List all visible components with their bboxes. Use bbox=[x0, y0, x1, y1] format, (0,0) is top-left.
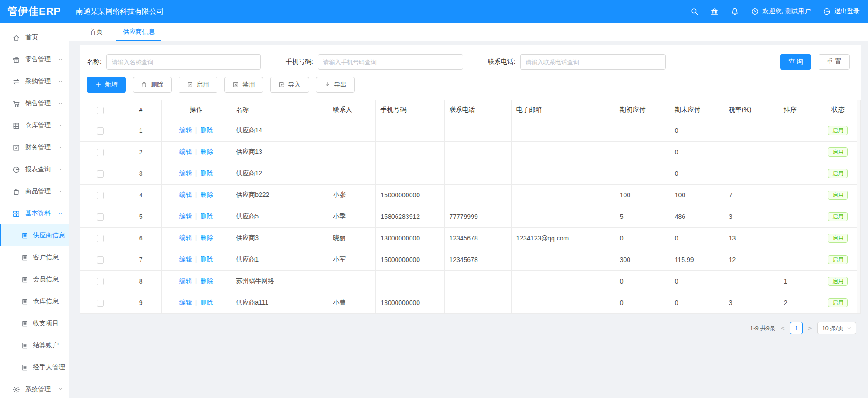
edit-link[interactable]: 编辑 bbox=[179, 169, 192, 177]
tab-supplier-info[interactable]: 供应商信息 bbox=[113, 23, 165, 41]
sidebar-subitem[interactable]: 供应商信息 bbox=[0, 224, 69, 246]
tab-home[interactable]: 首页 bbox=[80, 23, 113, 41]
row-checkbox[interactable] bbox=[97, 170, 104, 178]
delete-button[interactable]: 删除 bbox=[133, 77, 172, 93]
chevron-down-icon bbox=[58, 57, 63, 62]
check-square-icon bbox=[187, 82, 193, 88]
delete-link[interactable]: 删除 bbox=[200, 169, 213, 177]
doc-icon bbox=[22, 342, 28, 349]
action-separator: | bbox=[195, 126, 197, 134]
status-badge: 启用 bbox=[828, 191, 848, 200]
sidebar-item[interactable]: 仓库管理 bbox=[0, 114, 69, 136]
cell-sort bbox=[779, 206, 819, 228]
welcome-user[interactable]: 欢迎您, 测试用户 bbox=[751, 7, 811, 16]
disable-button[interactable]: 禁用 bbox=[224, 77, 263, 93]
sidebar-subitem[interactable]: 会员信息 bbox=[0, 268, 69, 290]
delete-link[interactable]: 删除 bbox=[200, 299, 213, 306]
edit-link[interactable]: 编辑 bbox=[179, 299, 192, 306]
delete-link[interactable]: 删除 bbox=[200, 277, 213, 284]
cell-closing: 0 bbox=[670, 163, 724, 185]
delete-link[interactable]: 删除 bbox=[200, 234, 213, 241]
status-badge: 启用 bbox=[828, 212, 848, 221]
mobile-filter-input[interactable] bbox=[318, 54, 463, 70]
delete-link[interactable]: 删除 bbox=[200, 213, 213, 220]
table-scrollbar[interactable] bbox=[857, 100, 861, 314]
x-square-icon bbox=[233, 82, 239, 88]
cell-actions: 编辑|删除 bbox=[162, 163, 231, 185]
sidebar-item[interactable]: 系统管理 bbox=[0, 378, 69, 398]
sidebar-subitem[interactable]: 收支项目 bbox=[0, 312, 69, 334]
logout-button[interactable]: 退出登录 bbox=[823, 7, 860, 16]
search-icon[interactable] bbox=[690, 7, 699, 16]
cell-email bbox=[511, 249, 615, 271]
add-button[interactable]: 新增 bbox=[87, 77, 126, 93]
sidebar-subitem-label: 仓库信息 bbox=[33, 297, 59, 305]
cell-tax: 13 bbox=[724, 228, 779, 249]
chevron-down-icon bbox=[58, 189, 63, 194]
cell-mobile: 15000000000 bbox=[376, 185, 445, 206]
col-contact: 联系人 bbox=[328, 100, 376, 120]
edit-link[interactable]: 编辑 bbox=[179, 148, 192, 155]
edit-link[interactable]: 编辑 bbox=[179, 191, 192, 198]
search-button[interactable]: 查 询 bbox=[780, 54, 811, 70]
cell-index: 3 bbox=[120, 163, 162, 185]
edit-link[interactable]: 编辑 bbox=[179, 256, 192, 263]
sidebar-item[interactable]: 销售管理 bbox=[0, 93, 69, 114]
export-button[interactable]: 导出 bbox=[316, 77, 355, 93]
cell-sort bbox=[779, 142, 819, 163]
delete-link[interactable]: 删除 bbox=[200, 148, 213, 155]
delete-link[interactable]: 删除 bbox=[200, 191, 213, 198]
cell-sort bbox=[779, 185, 819, 206]
cell-mobile: 13000000000 bbox=[376, 292, 445, 314]
enable-button[interactable]: 启用 bbox=[179, 77, 217, 93]
status-badge: 启用 bbox=[828, 277, 848, 286]
edit-link[interactable]: 编辑 bbox=[179, 234, 192, 241]
name-filter-input[interactable] bbox=[106, 54, 261, 70]
cell-mobile bbox=[376, 163, 445, 185]
page-size-select[interactable]: 10 条/页 bbox=[817, 322, 856, 334]
cell-contact bbox=[328, 142, 376, 163]
reset-button[interactable]: 重 置 bbox=[819, 54, 850, 70]
row-checkbox[interactable] bbox=[97, 213, 104, 221]
edit-link[interactable]: 编辑 bbox=[179, 213, 192, 220]
name-filter-label: 名称: bbox=[87, 58, 102, 66]
row-checkbox[interactable] bbox=[97, 149, 104, 156]
cell-name: 供应商1 bbox=[231, 249, 328, 271]
row-checkbox[interactable] bbox=[97, 192, 104, 199]
cell-sort: 1 bbox=[779, 271, 819, 292]
sidebar-subitem[interactable]: 结算账户 bbox=[0, 334, 69, 356]
sidebar-item[interactable]: 报表查询 bbox=[0, 158, 69, 180]
sidebar-item[interactable]: 采购管理 bbox=[0, 71, 69, 93]
delete-link[interactable]: 删除 bbox=[200, 126, 213, 134]
table-row: 4编辑|删除供应商b222小张150000000001001007启用 bbox=[80, 185, 857, 206]
prev-page-button[interactable]: < bbox=[780, 325, 786, 332]
current-page-button[interactable]: 1 bbox=[790, 322, 803, 334]
edit-link[interactable]: 编辑 bbox=[179, 126, 192, 134]
cell-opening: 0 bbox=[615, 271, 670, 292]
next-page-button[interactable]: > bbox=[807, 325, 813, 332]
sidebar-item[interactable]: 基本资料 bbox=[0, 202, 69, 224]
sidebar-subitem[interactable]: 经手人管理 bbox=[0, 356, 69, 378]
sidebar-subitem[interactable]: 仓库信息 bbox=[0, 290, 69, 312]
sidebar-subitem[interactable]: 客户信息 bbox=[0, 246, 69, 268]
row-checkbox[interactable] bbox=[97, 278, 104, 285]
bank-icon[interactable] bbox=[711, 7, 719, 16]
sidebar-item[interactable]: 商品管理 bbox=[0, 180, 69, 202]
sidebar-item[interactable]: 零售管理 bbox=[0, 49, 69, 71]
delete-link[interactable]: 删除 bbox=[200, 256, 213, 263]
row-checkbox[interactable] bbox=[97, 127, 104, 135]
phone-filter-input[interactable] bbox=[520, 54, 666, 70]
cart-icon bbox=[12, 100, 20, 108]
row-checkbox[interactable] bbox=[97, 235, 104, 242]
bell-icon[interactable] bbox=[731, 7, 739, 16]
sidebar-item[interactable]: 财务管理 bbox=[0, 136, 69, 158]
import-button[interactable]: 导入 bbox=[270, 77, 309, 93]
row-checkbox[interactable] bbox=[97, 256, 104, 264]
action-separator: | bbox=[195, 191, 197, 198]
cell-phone bbox=[445, 185, 511, 206]
cell-phone bbox=[445, 271, 511, 292]
edit-link[interactable]: 编辑 bbox=[179, 277, 192, 284]
select-all-checkbox[interactable] bbox=[97, 107, 104, 114]
sidebar-item[interactable]: 首页 bbox=[0, 27, 69, 49]
row-checkbox[interactable] bbox=[97, 300, 104, 307]
